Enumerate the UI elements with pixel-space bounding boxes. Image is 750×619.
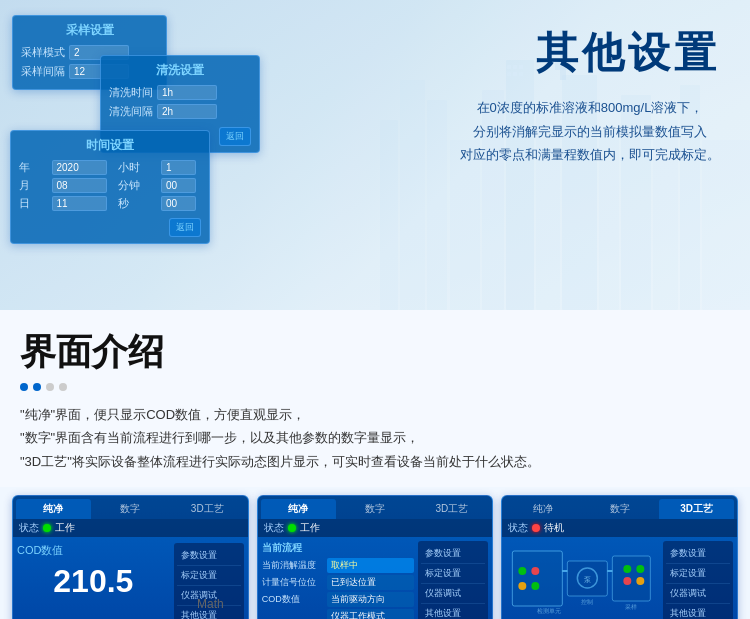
svg-point-29 [519, 567, 527, 575]
clean-time-input[interactable]: 1h [157, 85, 217, 100]
proc-label-1: 当前消解温度 [262, 559, 324, 572]
svg-text:采样: 采样 [626, 604, 638, 610]
panel2-nav-debug[interactable]: 仪器调试 [421, 584, 485, 604]
panel3-status-dot [532, 524, 540, 532]
clean-back-button[interactable]: 返回 [219, 127, 251, 146]
panel2-tab-pure[interactable]: 纯净 [261, 499, 336, 519]
clean-interval-input[interactable]: 2h [157, 104, 217, 119]
right-title: 其他设置 [460, 30, 720, 76]
proc-label-3: COD数值 [262, 593, 324, 606]
panel3-status-label: 状态 [508, 521, 528, 535]
panel2-nav: 参数设置 标定设置 仪器调试 其他设置 [418, 541, 488, 619]
process-row-4: 仪器工作模式 [262, 609, 415, 619]
svg-rect-1 [380, 120, 398, 310]
panel1-status-dot [43, 524, 51, 532]
panel3-nav-params[interactable]: 参数设置 [666, 544, 730, 564]
dot-3 [46, 383, 54, 391]
section-title: 界面介绍 [20, 328, 730, 377]
panel2-status-dot [288, 524, 296, 532]
intro-line1: "纯净"界面，便只显示COD数值，方便直观显示， [20, 403, 730, 426]
process-row-1: 当前消解温度 取样中 [262, 558, 415, 573]
top-section: 采样设置 采样模式 2 采样间隔 12 清洗设置 清洗时间 1h 清洗间隔 2h… [0, 0, 750, 310]
hour-input[interactable]: 1 [161, 160, 196, 175]
svg-rect-3 [427, 100, 447, 310]
panel3-status-bar: 状态 待机 [502, 519, 737, 537]
time-back-button[interactable]: 返回 [169, 218, 201, 237]
panel3-3d-view: 泵 检测单元 控制 采样 [506, 541, 659, 619]
panel2-tab-digital[interactable]: 数字 [338, 499, 413, 519]
proc-label-2: 计量信号位位 [262, 576, 324, 589]
process-row-3: COD数值 当前驱动方向 [262, 592, 415, 607]
panel2-status-value: 工作 [300, 521, 320, 535]
panel3-tab-digital[interactable]: 数字 [582, 499, 657, 519]
panel2-nav-other[interactable]: 其他设置 [421, 604, 485, 619]
panel1-tab-digital[interactable]: 数字 [93, 499, 168, 519]
right-desc-line3: 对应的零点和满量程数值内，即可完成标定。 [460, 143, 720, 166]
svg-point-36 [637, 577, 645, 585]
panel3-nav: 参数设置 标定设置 仪器调试 其他设置 [663, 541, 733, 619]
panel3-tab-3d[interactable]: 3D工艺 [659, 499, 734, 519]
year-input[interactable]: 2020 [52, 160, 107, 175]
panel2-nav-params[interactable]: 参数设置 [421, 544, 485, 564]
dots-line [20, 383, 730, 391]
panel2-status-label: 状态 [264, 521, 284, 535]
panel3-tab-pure[interactable]: 纯净 [505, 499, 580, 519]
right-text-block: 其他设置 在0浓度的标准溶液和800mg/L溶液下， 分别将消解完显示的当前模拟… [460, 30, 720, 166]
time-dialog-title: 时间设置 [19, 137, 201, 154]
svg-point-35 [624, 577, 632, 585]
proc-value-2: 已到达位置 [327, 575, 415, 590]
right-desc-line1: 在0浓度的标准溶液和800mg/L溶液下， [460, 96, 720, 119]
panel1-nav-params[interactable]: 参数设置 [177, 546, 241, 566]
clean-time-label: 清洗时间 [109, 85, 153, 100]
sample-mode-label: 采样模式 [21, 45, 65, 60]
panel2-status-bar: 状态 工作 [258, 519, 493, 537]
middle-section: 界面介绍 "纯净"界面，便只显示COD数值，方便直观显示， "数字"界面含有当前… [0, 310, 750, 487]
svg-rect-24 [613, 556, 651, 601]
sec-input[interactable]: 00 [161, 196, 196, 211]
svg-point-34 [637, 565, 645, 573]
panel3-status-value: 待机 [544, 521, 564, 535]
right-description: 在0浓度的标准溶液和800mg/L溶液下， 分别将消解完显示的当前模拟量数值写入… [460, 96, 720, 166]
sample-dialog-title: 采样设置 [21, 22, 158, 39]
panel3-nav-other[interactable]: 其他设置 [666, 604, 730, 619]
svg-text:检测单元: 检测单元 [538, 608, 562, 614]
panel2-tab-3d[interactable]: 3D工艺 [414, 499, 489, 519]
svg-point-30 [532, 567, 540, 575]
month-input[interactable]: 08 [52, 178, 107, 193]
dot-4 [59, 383, 67, 391]
month-label: 月 [19, 178, 46, 193]
svg-point-32 [532, 582, 540, 590]
bottom-section: 纯净 数字 3D工艺 状态 工作 COD数值 210.5 参数设置 标定设置 仪… [0, 487, 750, 619]
min-input[interactable]: 00 [161, 178, 196, 193]
panel3-tabs: 纯净 数字 3D工艺 [502, 496, 737, 519]
panel1-main: COD数值 210.5 [17, 543, 170, 619]
panel3-nav-calibrate[interactable]: 标定设置 [666, 564, 730, 584]
panel-3: 纯净 数字 3D工艺 状态 待机 [501, 495, 738, 619]
panel1-nav-calibrate[interactable]: 标定设置 [177, 566, 241, 586]
panel2-nav-calibrate[interactable]: 标定设置 [421, 564, 485, 584]
clean-dialog-title: 清洗设置 [109, 62, 251, 79]
svg-rect-22 [513, 551, 563, 606]
panel3-nav-debug[interactable]: 仪器调试 [666, 584, 730, 604]
cod-value: 210.5 [17, 560, 170, 603]
current-process-label: 当前流程 [262, 541, 415, 555]
day-input[interactable]: 11 [52, 196, 107, 211]
panel1-tab-3d[interactable]: 3D工艺 [170, 499, 245, 519]
panel-2: 纯净 数字 3D工艺 状态 工作 当前流程 当前消解温度 取样中 计量信号位位 … [257, 495, 494, 619]
panel1-status-label: 状态 [19, 521, 39, 535]
proc-value-1: 取样中 [327, 558, 415, 573]
sample-interval-label: 采样间隔 [21, 64, 65, 79]
panel1-status-bar: 状态 工作 [13, 519, 248, 537]
intro-text: "纯净"界面，便只显示COD数值，方便直观显示， "数字"界面含有当前流程进行到… [20, 403, 730, 473]
panel1-tab-pure[interactable]: 纯净 [16, 499, 91, 519]
day-label: 日 [19, 196, 46, 211]
dot-1 [20, 383, 28, 391]
proc-value-3: 当前驱动方向 [327, 592, 415, 607]
proc-value-4: 仪器工作模式 [327, 609, 415, 619]
year-label: 年 [19, 160, 46, 175]
hour-label: 小时 [118, 160, 156, 175]
sec-label: 秒 [118, 196, 156, 211]
intro-line2: "数字"界面含有当前流程进行到哪一步，以及其他参数的数字量显示， [20, 426, 730, 449]
clean-row-1: 清洗时间 1h [109, 85, 251, 100]
panel1-status-value: 工作 [55, 521, 75, 535]
